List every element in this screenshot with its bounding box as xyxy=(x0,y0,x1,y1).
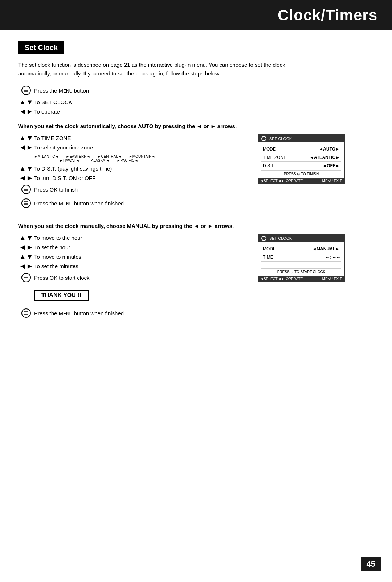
page-number: 45 xyxy=(361,557,381,571)
tv-screen-title-auto: SET CLOCK xyxy=(258,135,344,142)
manual-steps-list-2: Press the MENU button when finished xyxy=(18,307,247,319)
tv-screen-body-auto: MODE ◄AUTO► TIME ZONE ◄ATLANTIC► D.S.T. … xyxy=(258,142,344,178)
step-text: Press the MENU button when finished xyxy=(34,200,124,206)
list-item: Press the MENU button xyxy=(18,85,374,96)
step-text: To move to minutes xyxy=(34,254,81,260)
step-text: To operate xyxy=(34,108,60,115)
list-item: Press OK to finish xyxy=(18,184,247,195)
tv-screen-title-manual: SET CLOCK xyxy=(258,235,344,242)
step-text: To D.S.T. (daylight savings time) xyxy=(34,165,112,172)
manual-steps-list: ▲▼ To move to the hour ◄► To set the hou… xyxy=(18,234,247,283)
manual-section-heading: When you set the clock manually, choose … xyxy=(18,223,294,229)
step-text: Press OK to finish xyxy=(34,187,78,193)
step-text: To TIME ZONE xyxy=(34,135,71,141)
left-right-arrow-icon: ◄► xyxy=(18,144,34,151)
auto-instructions: ▲▼ To TIME ZONE ◄► To select your time z… xyxy=(18,134,247,213)
left-right-arrow-icon: ◄► xyxy=(18,108,34,115)
auto-steps-list: ▲▼ To TIME ZONE ◄► To select your time z… xyxy=(18,134,247,151)
step-text: Press OK to start clock xyxy=(34,275,90,281)
list-item: ◄► To set the hour xyxy=(18,243,247,251)
list-item: ◄► To select your time zone xyxy=(18,144,247,151)
up-down-arrow-icon: ▲▼ xyxy=(18,165,34,172)
circle-icon xyxy=(261,236,266,241)
list-item: Press OK to start clock xyxy=(18,272,247,283)
hand-icon xyxy=(18,272,34,283)
list-item: ▲▼ To move to the hour xyxy=(18,234,247,241)
list-item: Press the MENU button when finished xyxy=(18,197,247,209)
list-item: ▲▼ To TIME ZONE xyxy=(18,134,247,142)
section-heading: Set Clock xyxy=(18,41,374,61)
step-text: Press the MENU button when finished xyxy=(34,310,124,316)
step-text: To move to the hour xyxy=(34,235,82,241)
main-content: Set Clock The set clock function is desc… xyxy=(0,30,392,344)
tv-screen-manual: SET CLOCK MODE ◄MANUAL► TIME -- : -- -- … xyxy=(258,234,345,282)
list-item: Press the MENU button when finished xyxy=(18,307,247,319)
auto-steps-list-2: ▲▼ To D.S.T. (daylight savings time) ◄► … xyxy=(18,165,247,209)
manual-instructions: ▲▼ To move to the hour ◄► To set the hou… xyxy=(18,234,247,323)
auto-tv-screen: SET CLOCK MODE ◄AUTO► TIME ZONE ◄ATLANTI… xyxy=(258,134,345,184)
left-right-arrow-icon: ◄► xyxy=(18,174,34,181)
step-text: Press the MENU button xyxy=(34,87,89,94)
tv-screen-body-manual: MODE ◄MANUAL► TIME -- : -- -- PRESS ⊙ TO… xyxy=(258,242,344,276)
intro-paragraph: The set clock function is described on p… xyxy=(18,61,294,78)
step-text: To turn D.S.T. ON or OFF xyxy=(34,175,95,181)
manual-tv-screen: SET CLOCK MODE ◄MANUAL► TIME -- : -- -- … xyxy=(258,234,345,282)
manual-section: ▲▼ To move to the hour ◄► To set the hou… xyxy=(18,234,345,323)
tv-press-auto: PRESS ⊙ TO FINISH xyxy=(261,170,341,177)
hand-icon xyxy=(18,307,34,319)
thank-you-box: THANK YOU !! xyxy=(34,290,89,301)
left-right-arrow-icon: ◄► xyxy=(18,262,34,270)
auto-section: ▲▼ To TIME ZONE ◄► To select your time z… xyxy=(18,134,345,213)
tv-row: TIME -- : -- -- xyxy=(261,253,341,262)
set-clock-heading: Set Clock xyxy=(18,41,64,54)
list-item: ◄► To set the minutes xyxy=(18,262,247,270)
spacer xyxy=(261,262,341,268)
list-item: ▲▼ To D.S.T. (daylight savings time) xyxy=(18,165,247,172)
hand-icon xyxy=(18,85,34,96)
tv-row: TIME ZONE ◄ATLANTIC► xyxy=(261,153,341,162)
list-item: ▲▼ To SET CLOCK xyxy=(18,98,374,106)
list-item: ▲▼ To move to minutes xyxy=(18,253,247,260)
basic-steps-list: Press the MENU button ▲▼ To SET CLOCK ◄►… xyxy=(18,85,374,115)
up-down-arrow-icon: ▲▼ xyxy=(18,253,34,260)
tv-screen-auto: SET CLOCK MODE ◄AUTO► TIME ZONE ◄ATLANTI… xyxy=(258,134,345,184)
tv-footer-auto: ⬗SELECT◄► OPERATE MENU EXIT xyxy=(258,178,344,184)
up-down-arrow-icon: ▲▼ xyxy=(18,98,34,106)
up-down-arrow-icon: ▲▼ xyxy=(18,134,34,142)
hand-icon xyxy=(18,197,34,209)
up-down-arrow-icon: ▲▼ xyxy=(18,234,34,241)
left-right-arrow-icon: ◄► xyxy=(18,243,34,251)
hand-icon xyxy=(18,184,34,195)
step-text: To set the minutes xyxy=(34,263,78,269)
page-header-banner: Clock/Timers xyxy=(0,0,392,30)
auto-section-heading: When you set the clock automatically, ch… xyxy=(18,123,294,129)
tv-row: MODE ◄AUTO► xyxy=(261,145,341,153)
tv-footer-manual: ⬗SELECT◄► OPERATE MENU EXIT xyxy=(258,276,344,282)
page-title: Clock/Timers xyxy=(278,7,377,24)
tv-press-manual: PRESS ⊙ TO START CLOCK xyxy=(261,268,341,275)
circle-icon xyxy=(261,136,266,141)
list-item: ◄► To operate xyxy=(18,108,374,115)
timezone-diagram: ►ATLANTIC◄——►EASTERN◄——►CENTRAL◄——►MOUNT… xyxy=(34,155,247,163)
tv-row: D.S.T. ◄OFF► xyxy=(261,162,341,170)
list-item: ◄► To turn D.S.T. ON or OFF xyxy=(18,174,247,181)
step-text: To set the hour xyxy=(34,244,70,250)
step-text: To select your time zone xyxy=(34,144,93,151)
step-text: To SET CLOCK xyxy=(34,99,72,105)
tv-row: MODE ◄MANUAL► xyxy=(261,245,341,253)
